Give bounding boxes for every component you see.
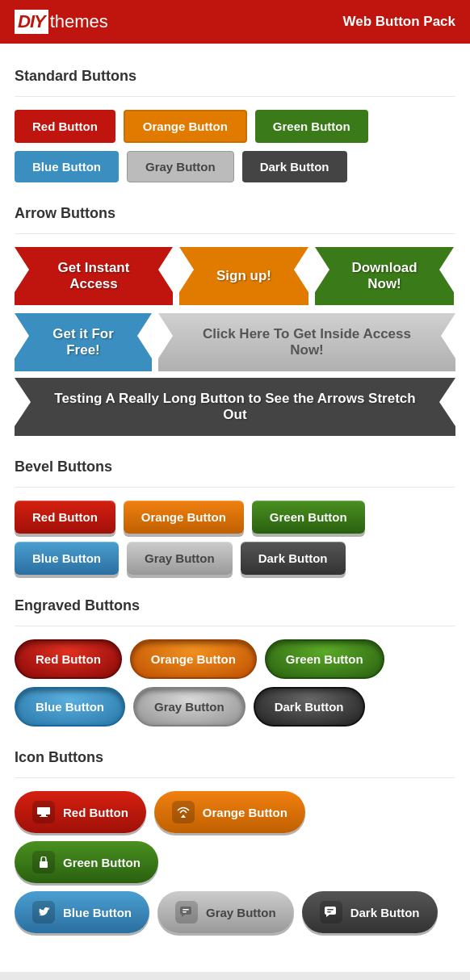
standard-btn-row1: Red Button Orange Button Green Button bbox=[15, 110, 455, 143]
bevel-btn-row2: Blue Button Gray Button Dark Button bbox=[15, 542, 455, 575]
engraved-gray-button[interactable]: Gray Button bbox=[133, 687, 245, 727]
arrow-green-button[interactable]: Download Now! bbox=[315, 247, 454, 305]
arrow-gray-button[interactable]: Click Here To Get Inside Access Now! bbox=[158, 313, 455, 371]
bevel-dark-button[interactable]: Dark Button bbox=[241, 542, 346, 575]
engraved-section-title: Engraved Buttons bbox=[15, 597, 455, 614]
icon-orange-button[interactable]: Orange Button bbox=[154, 791, 305, 833]
svg-rect-11 bbox=[327, 911, 331, 913]
comment-icon bbox=[320, 901, 342, 923]
icon-green-button[interactable]: Green Button bbox=[15, 841, 158, 883]
standard-green-button[interactable]: Green Button bbox=[255, 110, 368, 143]
icon-btn-row1: Red Button Orange Button bbox=[15, 791, 455, 883]
arrow-buttons-section: Arrow Buttons Get Instant Access Sign up… bbox=[15, 205, 455, 436]
engraved-green-button[interactable]: Green Button bbox=[265, 639, 384, 679]
svg-rect-4 bbox=[180, 907, 191, 915]
bevel-orange-button[interactable]: Orange Button bbox=[124, 500, 244, 534]
icon-gray-button[interactable]: Gray Button bbox=[157, 891, 294, 933]
bevel-red-button[interactable]: Red Button bbox=[15, 500, 115, 534]
footer: By Alex Mangini for DIYthemes readers bbox=[0, 972, 470, 980]
bevel-section-title: Bevel Buttons bbox=[15, 459, 455, 475]
divider bbox=[15, 626, 455, 626]
divider bbox=[15, 487, 455, 488]
svg-rect-1 bbox=[41, 815, 46, 816]
bevel-btn-row1: Red Button Orange Button Green Button bbox=[15, 500, 455, 534]
arrow-orange-button[interactable]: Sign up! bbox=[179, 247, 308, 305]
signal-icon bbox=[172, 801, 195, 823]
bevel-blue-button[interactable]: Blue Button bbox=[15, 542, 119, 575]
chat-icon bbox=[175, 901, 198, 923]
bevel-buttons-section: Bevel Buttons Red Button Orange Button G… bbox=[15, 459, 455, 575]
standard-blue-button[interactable]: Blue Button bbox=[15, 151, 119, 182]
svg-rect-0 bbox=[37, 807, 50, 815]
arrow-btn-row1: Get Instant Access Sign up! Download Now… bbox=[15, 247, 455, 305]
svg-rect-3 bbox=[40, 861, 48, 868]
header: DIY themes Web Button Pack bbox=[0, 0, 470, 44]
divider bbox=[15, 777, 455, 778]
standard-btn-row2: Blue Button Gray Button Dark Button bbox=[15, 151, 455, 182]
bevel-gray-button[interactable]: Gray Button bbox=[127, 542, 233, 575]
icon-section-title: Icon Buttons bbox=[15, 749, 455, 766]
engraved-btn-row1: Red Button Orange Button Green Button bbox=[15, 639, 455, 679]
arrow-btn-row2: Get it For Free! Click Here To Get Insid… bbox=[15, 313, 455, 371]
standard-red-button[interactable]: Red Button bbox=[15, 110, 115, 143]
arrow-section-title: Arrow Buttons bbox=[15, 205, 455, 222]
standard-buttons-section: Standard Buttons Red Button Orange Butto… bbox=[15, 68, 455, 182]
svg-rect-7 bbox=[183, 911, 187, 913]
bevel-green-button[interactable]: Green Button bbox=[252, 500, 365, 534]
svg-marker-9 bbox=[326, 915, 329, 917]
monitor-icon bbox=[32, 801, 55, 823]
icon-blue-button[interactable]: Blue Button bbox=[15, 891, 149, 933]
arrow-red-button[interactable]: Get Instant Access bbox=[15, 247, 173, 305]
standard-dark-button[interactable]: Dark Button bbox=[242, 151, 347, 182]
header-title: Web Button Pack bbox=[343, 14, 455, 30]
engraved-btn-row2: Blue Button Gray Button Dark Button bbox=[15, 687, 455, 727]
logo-themes: themes bbox=[50, 11, 108, 32]
svg-rect-8 bbox=[325, 907, 336, 915]
arrow-blue-button[interactable]: Get it For Free! bbox=[15, 313, 152, 371]
icon-red-button[interactable]: Red Button bbox=[15, 791, 146, 833]
divider bbox=[15, 233, 455, 234]
standard-gray-button[interactable]: Gray Button bbox=[127, 151, 234, 182]
engraved-buttons-section: Engraved Buttons Red Button Orange Butto… bbox=[15, 597, 455, 727]
svg-rect-10 bbox=[327, 909, 334, 911]
divider bbox=[15, 96, 455, 97]
icon-dark-button[interactable]: Dark Button bbox=[302, 891, 438, 933]
engraved-dark-button[interactable]: Dark Button bbox=[254, 687, 365, 727]
svg-marker-5 bbox=[182, 915, 185, 917]
engraved-orange-button[interactable]: Orange Button bbox=[130, 639, 257, 679]
twitter-icon bbox=[32, 901, 55, 923]
arrow-dark-long-button[interactable]: Testing A Really Long Button to See the … bbox=[15, 378, 455, 436]
svg-rect-6 bbox=[183, 909, 189, 911]
engraved-blue-button[interactable]: Blue Button bbox=[15, 687, 125, 727]
logo-diy: DIY bbox=[15, 10, 48, 34]
standard-orange-button[interactable]: Orange Button bbox=[124, 110, 247, 143]
icon-btn-row2: Blue Button Gray Button bbox=[15, 891, 455, 933]
engraved-red-button[interactable]: Red Button bbox=[15, 639, 122, 679]
logo: DIY themes bbox=[15, 10, 108, 34]
icon-buttons-section: Icon Buttons Red Button bbox=[15, 749, 455, 933]
main-content: Standard Buttons Red Button Orange Butto… bbox=[0, 44, 470, 972]
svg-rect-2 bbox=[40, 816, 48, 817]
arrow-btn-row3: Testing A Really Long Button to See the … bbox=[15, 378, 455, 436]
standard-section-title: Standard Buttons bbox=[15, 68, 455, 85]
lock-icon bbox=[32, 851, 55, 873]
